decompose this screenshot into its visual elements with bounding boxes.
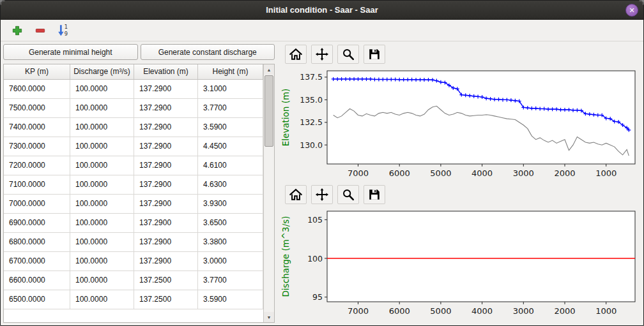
pan-button[interactable]: [311, 185, 333, 204]
table-cell[interactable]: 6600.0000: [4, 271, 70, 290]
table-cell[interactable]: 137.2900: [134, 252, 198, 271]
table-cell[interactable]: 6900.0000: [4, 214, 70, 233]
x-tick-label: 5000: [430, 168, 451, 178]
scrollbar-track[interactable]: [264, 75, 274, 312]
table-cell[interactable]: 6500.0000: [4, 290, 70, 309]
table-cell[interactable]: 137.2500: [134, 271, 198, 290]
table-cell[interactable]: 100.0000: [70, 233, 134, 252]
table-cell[interactable]: 137.2900: [134, 99, 198, 118]
table-row[interactable]: 6700.0000100.0000137.29003.0000: [4, 252, 263, 271]
table-row[interactable]: 7000.0000100.0000137.29003.9300: [4, 195, 263, 214]
table-cell[interactable]: 4.6300: [198, 175, 263, 195]
table-cell[interactable]: 3.0000: [198, 252, 263, 271]
table-cell[interactable]: 100.0000: [70, 99, 134, 118]
table-row[interactable]: 7500.0000100.0000137.29003.7700: [4, 99, 263, 118]
column-header[interactable]: Discharge (m³/s): [70, 64, 134, 79]
pan-button[interactable]: [311, 45, 333, 64]
table-cell[interactable]: 4.6100: [198, 156, 263, 175]
save-button[interactable]: [364, 45, 385, 64]
scroll-up-button[interactable]: ▲: [264, 64, 274, 75]
table-row[interactable]: 7300.0000100.0000137.29004.4500: [4, 137, 263, 156]
table-row[interactable]: 6900.0000100.0000137.29003.6500: [4, 214, 263, 233]
table-cell[interactable]: 137.2500: [134, 290, 198, 309]
table-header-row: KP (m)Discharge (m³/s)Elevation (m)Heigh…: [4, 64, 263, 80]
table-cell[interactable]: 6700.0000: [4, 252, 70, 271]
close-button[interactable]: ✕: [625, 4, 638, 17]
table-cell[interactable]: 3.9300: [198, 195, 263, 214]
table-cell[interactable]: 3.6500: [198, 214, 263, 233]
table-cell[interactable]: 100.0000: [70, 214, 134, 233]
remove-row-button[interactable]: [33, 23, 48, 38]
table-cell[interactable]: 3.5900: [198, 118, 263, 137]
table-cell[interactable]: 137.2900: [134, 118, 198, 137]
elevation-chart[interactable]: 7000600050004000300020001000130.0132.513…: [280, 66, 641, 183]
x-tick-label: 6000: [389, 306, 410, 316]
table-cell[interactable]: 100.0000: [70, 271, 134, 290]
table-cell[interactable]: 3.5900: [198, 290, 263, 309]
x-tick-label: 3000: [513, 168, 534, 178]
y-tick-label: 100: [307, 254, 323, 263]
titlebar[interactable]: Initial condition - Saar - Saar ✕: [1, 1, 643, 20]
table-cell[interactable]: 7600.0000: [4, 80, 70, 99]
zoom-button[interactable]: [337, 185, 359, 204]
table-row[interactable]: 6800.0000100.0000137.29003.3800: [4, 233, 263, 252]
home-icon: [289, 188, 303, 202]
x-tick-label: 1000: [595, 168, 617, 178]
table-cell[interactable]: 7300.0000: [4, 137, 70, 156]
table-cell[interactable]: 3.3800: [198, 233, 263, 252]
table-cell[interactable]: 4.4500: [198, 137, 263, 156]
content-area: Generate minimal height Generate constan…: [1, 41, 643, 325]
table-cell[interactable]: 137.2900: [134, 175, 198, 195]
save-button[interactable]: [364, 185, 385, 204]
table-cell[interactable]: 137.2900: [134, 233, 198, 252]
table-cell[interactable]: 3.1000: [198, 80, 263, 99]
sort-rows-button[interactable]: 1 9: [56, 23, 71, 38]
table-cell[interactable]: 137.2900: [134, 137, 198, 156]
table-cell[interactable]: 137.2900: [134, 195, 198, 214]
table-cell[interactable]: 6800.0000: [4, 233, 70, 252]
generate-minimal-height-button[interactable]: Generate minimal height: [3, 44, 138, 60]
plot-area[interactable]: [327, 211, 635, 302]
table-cell[interactable]: 3.7700: [198, 99, 263, 118]
add-row-button[interactable]: [10, 23, 25, 38]
table-cell[interactable]: 7400.0000: [4, 118, 70, 137]
column-header[interactable]: Elevation (m): [134, 64, 198, 79]
table-cell[interactable]: 100.0000: [70, 156, 134, 175]
home-button[interactable]: [285, 45, 307, 64]
table-cell[interactable]: 100.0000: [70, 290, 134, 309]
scrollbar-thumb[interactable]: [264, 75, 273, 147]
column-header[interactable]: KP (m): [4, 64, 70, 79]
table-cell[interactable]: 100.0000: [70, 252, 134, 271]
vertical-scrollbar[interactable]: ▲ ▼: [263, 64, 274, 322]
table-cell[interactable]: 7100.0000: [4, 175, 70, 195]
y-tick-label: 95: [312, 292, 323, 302]
table-row[interactable]: 7100.0000100.0000137.29004.6300: [4, 175, 263, 195]
table-cell[interactable]: 137.2900: [134, 214, 198, 233]
table-row[interactable]: 7200.0000100.0000137.29004.6100: [4, 156, 263, 175]
table-cell[interactable]: 7500.0000: [4, 99, 70, 118]
table-cell[interactable]: 100.0000: [70, 175, 134, 195]
table-cell[interactable]: 100.0000: [70, 137, 134, 156]
x-tick-label: 5000: [430, 306, 451, 316]
column-header[interactable]: Height (m): [198, 64, 263, 79]
table-row[interactable]: 6500.0000100.0000137.25003.5900: [4, 290, 263, 309]
table-row[interactable]: 6600.0000100.0000137.25003.7700: [4, 271, 263, 290]
table-cell[interactable]: 137.2900: [134, 156, 198, 175]
table-cell[interactable]: 100.0000: [70, 80, 134, 99]
table-cell[interactable]: 100.0000: [70, 195, 134, 214]
discharge-chart[interactable]: 700060005000400030002000100095100105Disc…: [280, 206, 641, 321]
zoom-button[interactable]: [337, 45, 359, 64]
scroll-down-button[interactable]: ▼: [264, 312, 274, 322]
generate-constant-discharge-button[interactable]: Generate constant discharge: [141, 44, 275, 60]
home-button[interactable]: [285, 185, 307, 204]
table-cell[interactable]: 7200.0000: [4, 156, 70, 175]
table-cell[interactable]: 3.7700: [198, 271, 263, 290]
magnifier-icon: [341, 188, 355, 202]
table-cell[interactable]: 100.0000: [70, 118, 134, 137]
table-cell[interactable]: 137.2900: [134, 80, 198, 99]
y-tick-label: 135.0: [300, 95, 323, 105]
table-row[interactable]: 7400.0000100.0000137.29003.5900: [4, 118, 263, 137]
table-row[interactable]: 7600.0000100.0000137.29003.1000: [4, 80, 263, 99]
table-cell[interactable]: 7000.0000: [4, 195, 70, 214]
plot-area[interactable]: [327, 71, 635, 164]
